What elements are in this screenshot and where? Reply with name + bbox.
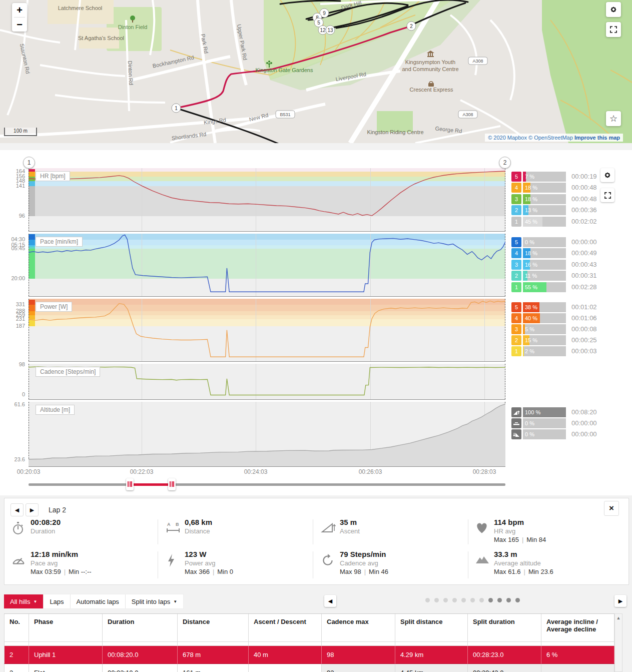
- y-tick-label: 98: [1, 361, 25, 367]
- tab-all-hills[interactable]: All hills▼: [4, 594, 43, 608]
- table-row[interactable]: 3Flat00:02:10.0161 m924.45 km00:30:42.0: [4, 664, 614, 672]
- table-page-previous-button[interactable]: ◀: [324, 595, 336, 607]
- stopwatch-icon: [12, 521, 27, 536]
- zone-chip-4: 4: [511, 313, 521, 323]
- pagination-dot[interactable]: [488, 598, 493, 602]
- chart-altitude[interactable]: Altitude [m]: [29, 402, 505, 467]
- zone-percent: 18 %: [525, 183, 537, 193]
- pagination-dot[interactable]: [443, 598, 448, 602]
- table-cell: 4.29 km: [395, 646, 468, 664]
- zone-bar: 16 %: [523, 260, 566, 270]
- map-favorite-button[interactable]: ☆: [606, 111, 621, 126]
- stat-min: Min --:--: [69, 568, 92, 575]
- stat-label: Pace avg: [31, 559, 92, 567]
- zone-bar: 0 %: [523, 418, 566, 428]
- table-scrollbar[interactable]: ▲: [614, 613, 622, 672]
- lap-stat-distance: AB0,68 kmDistance: [166, 517, 311, 546]
- table-page-next-button[interactable]: ▶: [614, 595, 626, 607]
- stat-value: 12:18 min/km: [31, 549, 92, 559]
- fullscreen-icon: [604, 192, 611, 199]
- chart-power[interactable]: Power [W]: [29, 299, 505, 362]
- time-range-slider-track[interactable]: [29, 483, 505, 486]
- table-cell: 40 m: [249, 646, 322, 664]
- map-settings-button[interactable]: [606, 2, 621, 17]
- map-zoom-out-button[interactable]: −: [12, 18, 27, 32]
- chart-settings-button[interactable]: [600, 168, 614, 182]
- map-zoom-in-button[interactable]: +: [12, 3, 27, 17]
- pagination-dot[interactable]: [506, 598, 511, 602]
- slider-handle-start[interactable]: [126, 478, 134, 490]
- stat-label: Power avg: [185, 559, 233, 567]
- column-header[interactable]: Split distance: [395, 614, 468, 642]
- stat-min: Min 84: [526, 536, 546, 543]
- gear-icon: [603, 171, 612, 180]
- column-header[interactable]: Cadence max: [322, 614, 395, 642]
- osm-attribution-link[interactable]: © OpenStreetMap: [528, 135, 573, 141]
- map-fullscreen-button[interactable]: [606, 22, 621, 37]
- pagination-dot[interactable]: [434, 598, 439, 602]
- zone-bar: 100 %: [523, 407, 566, 417]
- y-tick-label: 331: [1, 301, 25, 307]
- zone-bar: 18 %: [523, 248, 566, 258]
- bolt-icon: [166, 553, 181, 568]
- zone-percent: 11 %: [525, 271, 537, 281]
- chart-range-marker-1[interactable]: 1: [23, 157, 35, 169]
- pagination-dot[interactable]: [479, 598, 484, 602]
- chart-cadence[interactable]: Cadence [Steps/min]: [29, 364, 505, 400]
- pagination-dot[interactable]: [497, 598, 502, 602]
- pagination-dot[interactable]: [461, 598, 466, 602]
- table-cell: 161 m: [178, 664, 249, 672]
- svg-text:5: 5: [317, 20, 320, 26]
- activity-analysis-page: A308A308B531 985121312 Latchmere SchoolD…: [0, 0, 632, 672]
- tab-laps[interactable]: Laps: [43, 594, 70, 608]
- column-header[interactable]: Ascent / Descent: [249, 614, 322, 642]
- svg-text:1: 1: [175, 106, 178, 111]
- pagination-dot[interactable]: [452, 598, 457, 602]
- stat-label: Average altitude: [494, 559, 553, 567]
- stat-minmax: Max 03:59|Min --:--: [31, 567, 92, 576]
- column-header[interactable]: Distance: [178, 614, 249, 642]
- chart-hr[interactable]: HR [bpm]: [29, 168, 505, 232]
- lap-title: Lap 2: [49, 506, 66, 514]
- stat-label: Cadence avg: [340, 559, 388, 567]
- pagination-dot[interactable]: [470, 598, 475, 602]
- stat-max: Max 61.6: [494, 568, 520, 575]
- zone-time: 00:08:20: [571, 408, 597, 416]
- table-row[interactable]: 2Uphill 100:08:20.0678 m40 m984.29 km00:…: [4, 646, 614, 664]
- next-lap-button[interactable]: ▶: [26, 503, 39, 516]
- lap-stat-power-avg: 123 WPower avgMax 366|Min 0: [166, 549, 311, 578]
- pagination-dot[interactable]: [515, 598, 520, 602]
- column-header[interactable]: Split duration: [468, 614, 541, 642]
- map-canvas: A308A308B531 985121312 Latchmere SchoolD…: [0, 0, 632, 143]
- slider-handle-end[interactable]: [168, 478, 176, 490]
- ascent-icon: [321, 521, 336, 536]
- stat-value: 00:08:20: [31, 517, 61, 527]
- chart-pace[interactable]: Pace [min/km]: [29, 234, 505, 297]
- zone-percent: 13 %: [525, 205, 537, 215]
- column-header[interactable]: Duration: [103, 614, 178, 642]
- y-tick-label: 231: [1, 316, 25, 322]
- chart-fullscreen-button[interactable]: [600, 188, 614, 202]
- column-header[interactable]: Phase: [29, 614, 103, 642]
- table-pagination-dots: [425, 598, 520, 602]
- tab-split-into-laps[interactable]: Split into laps▼: [125, 594, 183, 608]
- close-lap-panel-button[interactable]: ×: [604, 501, 619, 516]
- column-header[interactable]: No.: [4, 614, 29, 642]
- mapbox-attribution-link[interactable]: © 2020 Mapbox: [488, 135, 527, 141]
- downhill-icon: [511, 429, 521, 439]
- column-header[interactable]: Average incline / Average decline: [541, 614, 614, 642]
- map[interactable]: A308A308B531 985121312 Latchmere SchoolD…: [0, 0, 632, 143]
- chevron-down-icon: ▼: [173, 599, 177, 604]
- zone-row: 215 %00:00:25: [511, 335, 626, 345]
- svg-text:2: 2: [410, 24, 413, 29]
- chart-range-marker-2[interactable]: 2: [499, 157, 511, 169]
- stat-label: Distance: [185, 527, 212, 535]
- chart-title-power: Power [W]: [36, 302, 72, 312]
- pagination-dot[interactable]: [425, 598, 430, 602]
- zone-chip-1: 1: [511, 346, 521, 356]
- map-label: and Community Centre: [402, 66, 458, 72]
- zone-chip-2: 2: [511, 271, 521, 281]
- tab-automatic-laps[interactable]: Automatic laps: [70, 594, 125, 608]
- previous-lap-button[interactable]: ◀: [11, 503, 24, 516]
- improve-map-link[interactable]: Improve this map: [574, 135, 620, 141]
